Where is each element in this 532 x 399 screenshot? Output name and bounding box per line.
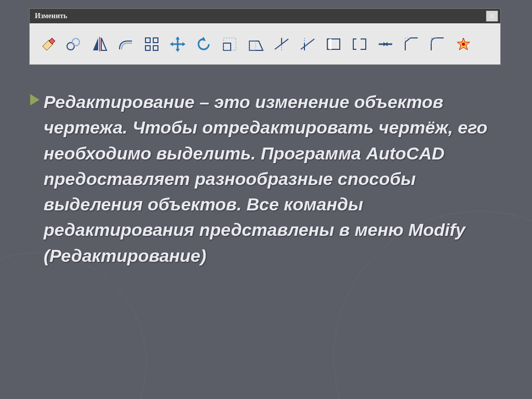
svg-point-2: [67, 43, 74, 50]
chamfer-icon[interactable]: [403, 35, 420, 53]
explode-icon[interactable]: [455, 35, 472, 53]
decor-circle: [0, 252, 147, 399]
slide-body: Редактирование – это изменение объектов …: [30, 89, 502, 269]
body-text: Редактирование – это изменение объектов …: [44, 89, 502, 269]
svg-marker-14: [176, 49, 180, 52]
svg-rect-7: [145, 38, 150, 43]
svg-rect-28: [327, 39, 340, 49]
svg-point-37: [462, 43, 465, 46]
scale-icon[interactable]: [221, 35, 238, 53]
toolbar-buttons-row: [30, 23, 500, 64]
join-icon[interactable]: [377, 35, 394, 53]
svg-marker-35: [384, 42, 388, 46]
svg-marker-16: [182, 42, 185, 46]
svg-marker-13: [176, 36, 180, 39]
erase-icon[interactable]: [39, 35, 57, 53]
svg-point-3: [72, 38, 79, 46]
svg-rect-21: [249, 41, 256, 50]
svg-rect-19: [223, 38, 236, 50]
trim-icon[interactable]: [273, 35, 290, 53]
modify-toolbar: Изменить ✕: [29, 8, 501, 65]
copy-icon[interactable]: [65, 35, 83, 53]
break-at-point-icon[interactable]: [325, 35, 342, 53]
toolbar-titlebar[interactable]: Изменить ✕: [30, 9, 500, 23]
toolbar-close-button[interactable]: ✕: [486, 10, 498, 22]
svg-marker-4: [93, 38, 98, 50]
array-icon[interactable]: [143, 35, 161, 53]
extend-icon[interactable]: [299, 35, 316, 53]
svg-rect-10: [153, 46, 158, 50]
svg-marker-15: [170, 42, 173, 46]
svg-rect-9: [145, 46, 150, 50]
fillet-icon[interactable]: [429, 35, 446, 53]
svg-rect-31: [356, 38, 361, 50]
stretch-icon[interactable]: [247, 35, 264, 53]
offset-icon[interactable]: [117, 35, 135, 53]
break-icon[interactable]: [351, 35, 368, 53]
slide: Изменить ✕: [0, 0, 532, 399]
svg-marker-20: [249, 41, 263, 50]
svg-rect-8: [153, 38, 158, 43]
close-icon: ✕: [489, 12, 495, 21]
svg-marker-5: [101, 38, 107, 50]
svg-rect-18: [223, 43, 231, 50]
bullet-marker-icon: [30, 94, 39, 105]
mirror-icon[interactable]: [91, 35, 109, 53]
svg-line-25: [301, 39, 314, 49]
move-icon[interactable]: [169, 35, 187, 53]
bullet-item: Редактирование – это изменение объектов …: [30, 89, 502, 269]
toolbar-title: Изменить: [35, 12, 67, 20]
rotate-icon[interactable]: [195, 35, 212, 53]
